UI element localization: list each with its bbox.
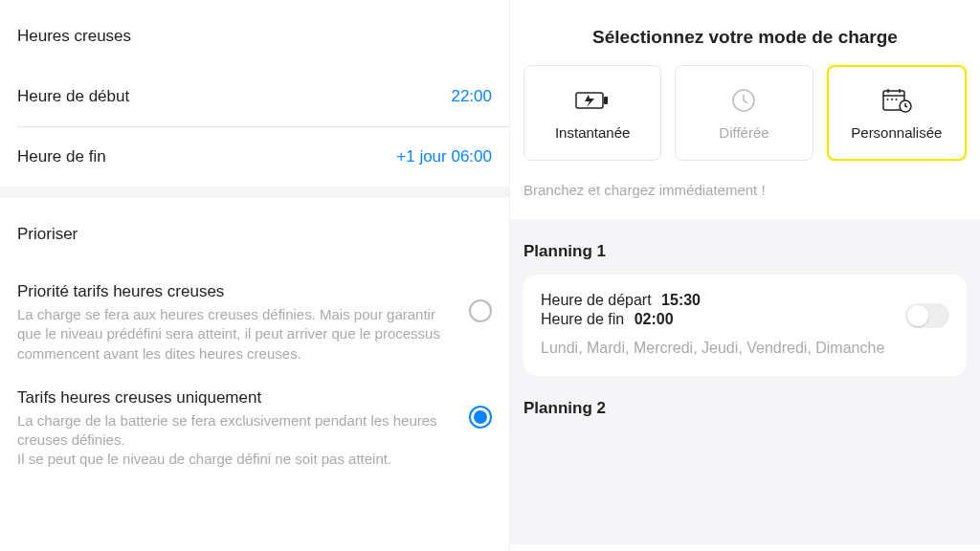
start-time-label: Heure de début [17, 87, 129, 106]
calendar-clock-icon [878, 86, 916, 115]
planning1-end-label: Heure de fin [541, 311, 624, 327]
mode-custom-label: Personnalisée [851, 124, 942, 141]
planning1-start-line: Heure de départ 15:30 [541, 292, 949, 309]
svg-rect-1 [604, 97, 608, 104]
planning1-title: Planning 1 [523, 242, 967, 261]
start-time-value: 22:00 [451, 87, 492, 106]
right-pane: Sélectionnez votre mode de charge Instan… [509, 0, 980, 551]
battery-bolt-icon [573, 86, 612, 115]
offpeak-only-desc: La charge de la batterie se fera exclusi… [17, 411, 450, 470]
offpeak-heading: Heures creuses [0, 0, 509, 67]
planning-block: Planning 1 Heure de départ 15:30 Heure d… [510, 219, 980, 544]
planning1-end-value: 02:00 [635, 311, 674, 327]
end-time-label: Heure de fin [17, 147, 106, 166]
mode-instant-card[interactable]: Instantanée [523, 65, 661, 161]
offpeak-only-text: Tarifs heures creuses uniquement La char… [17, 388, 469, 470]
svg-point-8 [891, 99, 893, 100]
mode-instant-label: Instantanée [555, 124, 630, 141]
planning1-days: Lundi, Mardi, Mercredi, Jeudi, Vendredi,… [541, 338, 949, 359]
end-time-row[interactable]: Heure de fin +1 jour 06:00 [0, 127, 509, 187]
planning1-start-label: Heure de départ [541, 292, 652, 308]
priority-offpeak-text: Priorité tarifs heures creuses La charge… [17, 282, 469, 364]
prioritize-heading: Prioriser [0, 198, 509, 265]
mode-title: Sélectionnez votre mode de charge [510, 0, 980, 65]
planning1-start-value: 15:30 [661, 292, 701, 308]
offpeak-only-label: Tarifs heures creuses uniquement [17, 388, 450, 408]
mode-custom-card[interactable]: Personnalisée [827, 65, 967, 161]
planning1-toggle[interactable] [905, 303, 949, 328]
clock-icon [724, 86, 763, 115]
toggle-off-icon [905, 303, 949, 328]
start-time-row[interactable]: Heure de début 22:00 [0, 67, 509, 126]
svg-point-7 [886, 99, 888, 100]
mode-delayed-label: Différée [719, 124, 768, 141]
section-gap [0, 187, 509, 198]
mode-delayed-card[interactable]: Différée [675, 65, 813, 161]
priority-offpeak-desc: La charge se fera aux heures creuses déf… [17, 305, 450, 364]
mode-hint: Branchez et chargez immédiatement ! [510, 161, 980, 219]
planning2-title: Planning 2 [523, 399, 967, 418]
end-time-value: +1 jour 06:00 [396, 147, 492, 166]
svg-point-9 [895, 99, 897, 100]
priority-offpeak-label: Priorité tarifs heures creuses [17, 282, 450, 301]
priority-offpeak-option[interactable]: Priorité tarifs heures creuses La charge… [17, 265, 492, 364]
mode-card-row: Instantanée Différée [510, 65, 980, 161]
left-pane: Heures creuses Heure de début 22:00 Heur… [0, 0, 509, 551]
offpeak-only-option[interactable]: Tarifs heures creuses uniquement La char… [17, 364, 492, 470]
radio-unselected-icon[interactable] [469, 299, 492, 322]
planning1-card[interactable]: Heure de départ 15:30 Heure de fin 02:00… [523, 275, 967, 376]
planning1-end-line: Heure de fin 02:00 [541, 311, 949, 328]
priority-options: Priorité tarifs heures creuses La charge… [0, 265, 509, 470]
radio-selected-icon[interactable] [469, 406, 492, 429]
